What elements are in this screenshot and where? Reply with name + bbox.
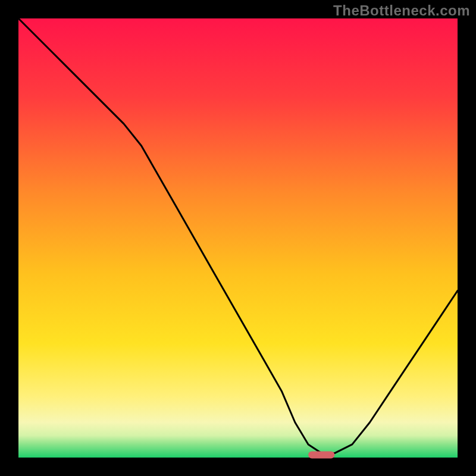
bottleneck-chart <box>0 0 476 476</box>
optimal-range-marker <box>308 452 334 459</box>
chart-stage: TheBottleneck.com <box>0 0 476 476</box>
watermark-text: TheBottleneck.com <box>333 2 470 19</box>
